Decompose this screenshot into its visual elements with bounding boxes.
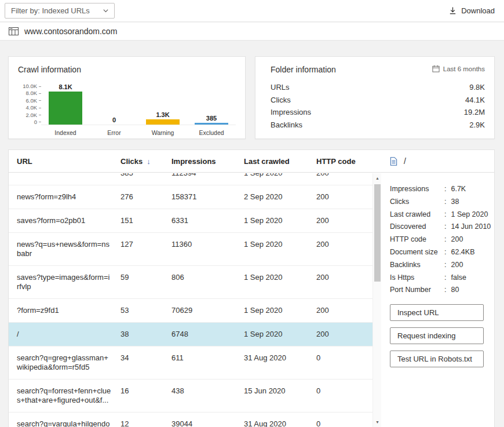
bar-excluded: 385 (193, 83, 229, 125)
stat-row: URLs 9.8K (271, 81, 485, 94)
folder-stats: URLs 9.8K Clicks 44.1K Impressions 19.2M… (271, 81, 485, 132)
stat-label: URLs (271, 81, 290, 94)
col-clicks[interactable]: Clicks↓ (120, 157, 171, 166)
table-row-selected[interactable]: / 38 6748 1 Sep 2020 200 (9, 323, 372, 346)
site-icon (9, 27, 19, 36)
cell-http-code: 0 (316, 346, 372, 379)
bar (146, 119, 180, 125)
sort-descending-icon[interactable]: ↓ (147, 157, 151, 166)
detail-value: 200 (451, 235, 463, 243)
y-tick: 6.0K (18, 98, 41, 104)
cell-clicks: 276 (120, 185, 171, 209)
cell-http-code: 200 (316, 209, 372, 232)
detail-value: 62.4KB (451, 248, 474, 256)
cell-clicks: 12 (120, 413, 171, 427)
col-last-crawled[interactable]: Last crawled (244, 157, 316, 166)
cell-url: ?form=z9fd1 (17, 299, 120, 322)
table-row[interactable]: saves?type=images&form=irfvlp 59 806 1 S… (9, 266, 372, 299)
cell-last-crawled: 15 Jun 2020 (244, 379, 316, 412)
test-url-robots-button[interactable]: Test URL in Robots.txt (390, 351, 484, 367)
cell-url: news?q=us+news&form=nsbabr (17, 233, 120, 265)
table-row[interactable]: search?q=vargula+hilgendor 12 39044 31 A… (9, 413, 372, 427)
table-body: 385 112394 1 Sep 2020 200 news?form=z9lh… (9, 173, 372, 427)
cell-clicks: 34 (120, 346, 171, 379)
cell-http-code: 0 (316, 379, 372, 412)
cell-http-code: 200 (316, 299, 372, 322)
download-icon (448, 6, 457, 15)
bar-value-label: 1.3K (156, 111, 169, 118)
stat-value: 44.1K (465, 94, 485, 107)
table-row[interactable]: 385 112394 1 Sep 2020 200 (9, 173, 372, 185)
chart-plot-area: 8.1K 0 1.3K 385 (41, 83, 236, 125)
cell-http-code: 0 (316, 413, 372, 427)
cell-impressions: 70629 (171, 299, 244, 322)
detail-value: 38 (451, 198, 459, 206)
detail-label: Is Https (390, 272, 444, 284)
col-url[interactable]: URL (17, 157, 120, 166)
detail-value: false (451, 273, 466, 282)
cell-impressions: 112394 (171, 173, 244, 185)
stat-row: Impressions 19.2M (271, 106, 485, 119)
bar (195, 123, 228, 125)
cell-clicks: 59 (120, 266, 171, 298)
scrollbar-thumb[interactable] (374, 184, 381, 282)
detail-row: Document size:62.4KB (390, 246, 495, 259)
cell-impressions: 438 (171, 379, 244, 412)
cell-last-crawled: 1 Sep 2020 (244, 209, 316, 232)
detail-value: 80 (451, 286, 459, 294)
crawl-information-card: Crawl information 10.0K 8.0K 6.0K 4.0K 2… (8, 56, 246, 139)
cell-last-crawled: 1 Sep 2020 (244, 299, 316, 322)
stat-value: 2.9K (469, 119, 485, 132)
toolbar: Filter by: Indexed URLs Download (0, 0, 504, 22)
cell-http-code: 200 (316, 233, 372, 265)
stat-label: Backlinks (271, 119, 302, 132)
filter-label: Filter by: Indexed URLs (11, 6, 90, 15)
filter-dropdown[interactable]: Filter by: Indexed URLs (5, 3, 115, 19)
cell-clicks: 38 (120, 323, 171, 346)
table-row[interactable]: saves?form=o2pb01 151 6331 1 Sep 2020 20… (9, 209, 372, 233)
x-label-warning: Warning (145, 129, 181, 136)
detail-label: Impressions (390, 183, 444, 196)
request-indexing-button[interactable]: Request indexing (390, 327, 484, 344)
inspect-url-button[interactable]: Inspect URL (390, 304, 484, 321)
cell-last-crawled: 1 Sep 2020 (244, 323, 316, 346)
download-button[interactable]: Download (448, 6, 495, 15)
table-row[interactable]: search?q=greg+glassman+wikipedia&form=r5… (9, 346, 372, 379)
detail-row: Backlinks:200 (390, 259, 495, 272)
site-domain: www.contosorandom.com (24, 27, 117, 36)
y-tick: 0 (18, 119, 41, 125)
cell-impressions: 806 (171, 266, 244, 298)
detail-value: 1 Sep 2020 (451, 210, 488, 218)
vertical-scrollbar[interactable]: ▲ ▼ (372, 173, 381, 427)
details-actions: Inspect URL Request indexing Test URL in… (390, 304, 495, 367)
scroll-up-arrow[interactable]: ▲ (373, 174, 382, 183)
y-tick: 10.0K (18, 83, 41, 89)
col-impressions[interactable]: Impressions (171, 157, 244, 166)
detail-row: Port Number:80 (390, 284, 495, 297)
table-row[interactable]: news?form=z9lh4 276 158371 2 Sep 2020 20… (9, 185, 372, 209)
cell-url: saves?type=images&form=irfvlp (17, 266, 120, 298)
cell-http-code: 200 (316, 173, 372, 185)
document-icon (390, 157, 397, 166)
table-row[interactable]: search?q=forrest+fenn+clues+that+are+fig… (9, 379, 372, 413)
table-row[interactable]: ?form=z9fd1 53 70629 1 Sep 2020 200 (9, 299, 372, 323)
detail-label: Document size (390, 246, 444, 259)
bar-warning: 1.3K (145, 83, 181, 125)
stat-value: 9.8K (469, 81, 485, 94)
bar-value-label: 8.1K (59, 83, 72, 90)
detail-row: Last crawled:1 Sep 2020 (390, 209, 495, 221)
col-clicks-label: Clicks (120, 157, 143, 166)
calendar-icon (432, 65, 440, 72)
scroll-down-arrow[interactable]: ▼ (373, 418, 382, 426)
cell-http-code: 200 (316, 323, 372, 346)
bar-value-label: 385 (206, 115, 217, 122)
stat-row: Backlinks 2.9K (271, 119, 485, 132)
site-bar: www.contosorandom.com (0, 23, 504, 41)
y-tick: 8.0K (18, 90, 41, 96)
x-label-error: Error (96, 129, 132, 136)
table-row[interactable]: news?q=us+news&form=nsbabr 127 11360 1 S… (9, 233, 372, 266)
bar-value-label: 0 (112, 116, 116, 123)
cell-impressions: 6331 (171, 209, 244, 232)
bar-indexed: 8.1K (48, 83, 83, 125)
folder-information-card: Folder information Last 6 months URLs 9.… (255, 56, 495, 139)
